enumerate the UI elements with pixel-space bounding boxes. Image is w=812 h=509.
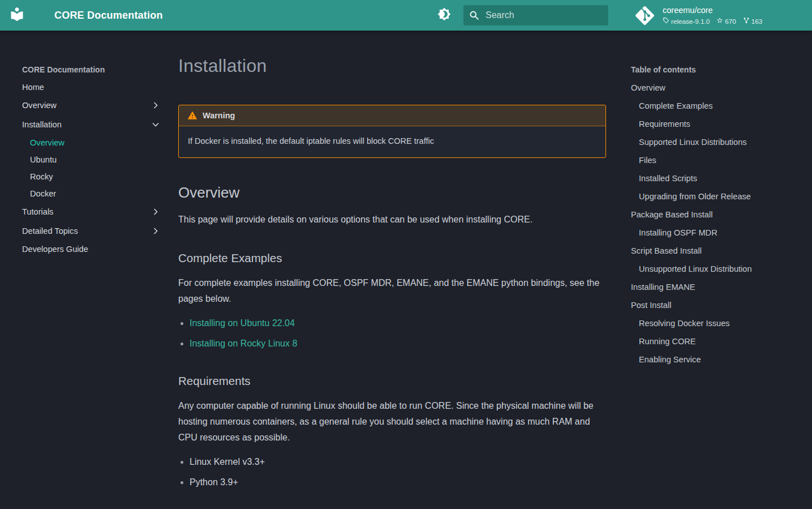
toc-title: Table of contents — [631, 62, 806, 79]
warning-admonition-text: If Docker is installed, the default ipta… — [179, 126, 605, 157]
sidebar-item-tutorials[interactable]: Tutorials — [22, 202, 161, 221]
repo-version: release-9.1.0 — [663, 17, 710, 25]
table-of-contents: Table of contents Overview Complete Exam… — [606, 31, 812, 509]
main-content: Installation Warning If Docker is instal… — [178, 31, 606, 509]
repo-stars: 670 — [716, 17, 736, 25]
chevron-down-icon — [150, 119, 161, 130]
site-title: CORE Documentation — [54, 10, 163, 22]
repo-facts: release-9.1.0 670 163 — [663, 17, 762, 25]
toc-item-supported-linux-distributions[interactable]: Supported Linux Distributions — [631, 133, 806, 151]
tag-icon — [663, 17, 669, 25]
page-layout: CORE Documentation Home Overview Install… — [0, 31, 812, 509]
toc-item-enabling-service[interactable]: Enabling Service — [631, 350, 806, 369]
heading-overview: Overview — [178, 184, 606, 202]
sidebar-item-detailed-topics[interactable]: Detailed Topics — [22, 221, 161, 241]
search-input[interactable] — [486, 10, 608, 20]
sidebar-item-installation[interactable]: Installation — [22, 115, 161, 134]
heading-complete-examples: Complete Examples — [178, 251, 606, 265]
toc-item-running-core[interactable]: Running CORE — [631, 332, 806, 350]
toc-item-installing-emane[interactable]: Installing EMANE — [631, 278, 806, 296]
link-installing-ubuntu[interactable]: Installing on Ubuntu 22.04 — [190, 318, 295, 328]
list-item: Installing on Ubuntu 22.04 — [190, 316, 606, 331]
toc-item-overview[interactable]: Overview — [631, 79, 806, 97]
repo-link[interactable]: coreemu/core release-9.1.0 670 — [633, 6, 803, 25]
sidebar-item-overview[interactable]: Overview — [22, 96, 161, 115]
repo-forks: 163 — [743, 17, 763, 25]
fork-icon — [743, 17, 750, 25]
theme-toggle-button[interactable] — [432, 7, 457, 23]
warning-admonition-title: Warning — [179, 105, 605, 126]
toc-item-resolving-docker-issues[interactable]: Resolving Docker Issues — [631, 314, 806, 332]
list-item: Python 3.9+ — [190, 475, 606, 490]
sidebar-item-rocky[interactable]: Rocky — [22, 168, 161, 185]
toc-item-installing-ospf-mdr[interactable]: Installing OSPF MDR — [631, 224, 806, 242]
sidebar-item-docker[interactable]: Docker — [22, 185, 161, 202]
app-header: CORE Documentation coreemu/core release-… — [0, 0, 812, 31]
warning-admonition: Warning If Docker is installed, the defa… — [178, 105, 606, 158]
toc-item-package-based-install[interactable]: Package Based Install — [631, 206, 806, 224]
example-links-list: Installing on Ubuntu 22.04 Installing on… — [190, 316, 606, 350]
page-title: Installation — [178, 55, 606, 76]
sidebar-item-developers-guide[interactable]: Developers Guide — [22, 241, 161, 258]
sidebar-item-installation-overview[interactable]: Overview — [22, 134, 161, 151]
chevron-right-icon — [150, 206, 161, 217]
toc-item-upgrading-from-older-release[interactable]: Upgrading from Older Release — [631, 187, 806, 206]
list-item: Installing on Rocky Linux 8 — [190, 336, 606, 351]
toc-item-post-install[interactable]: Post Install — [631, 296, 806, 314]
sidebar-nav: CORE Documentation Home Overview Install… — [0, 31, 178, 509]
chevron-right-icon — [150, 100, 161, 111]
toc-item-requirements[interactable]: Requirements — [631, 115, 806, 133]
sidebar-title: CORE Documentation — [22, 62, 161, 79]
sidebar-item-home[interactable]: Home — [22, 79, 161, 96]
toc-item-files[interactable]: Files — [631, 151, 806, 169]
overview-paragraph: This page will provide details on variou… — [178, 212, 606, 228]
chevron-right-icon — [150, 225, 161, 237]
repo-info: coreemu/core release-9.1.0 670 — [663, 6, 762, 25]
requirements-paragraph: Any computer capable of running Linux sh… — [178, 398, 606, 446]
local-library-icon — [9, 6, 25, 24]
toc-item-script-based-install[interactable]: Script Based Install — [631, 242, 806, 260]
search-bar — [463, 5, 608, 25]
search-icon — [463, 10, 486, 22]
star-icon — [716, 17, 723, 25]
heading-requirements: Requirements — [178, 374, 606, 388]
link-installing-rocky[interactable]: Installing on Rocky Linux 8 — [190, 339, 297, 348]
repo-name: coreemu/core — [663, 6, 762, 15]
list-item: Linux Kernel v3.3+ — [190, 455, 606, 469]
toc-item-unsupported-linux-distribution[interactable]: Unsupported Linux Distribution — [631, 260, 806, 278]
site-logo[interactable] — [0, 6, 34, 24]
git-icon — [633, 6, 656, 25]
complete-examples-paragraph: For complete examples installing CORE, O… — [178, 275, 606, 307]
requirements-list: Linux Kernel v3.3+ Python 3.9+ — [190, 455, 606, 489]
toc-item-installed-scripts[interactable]: Installed Scripts — [631, 169, 806, 187]
brightness-toggle-icon — [437, 7, 451, 23]
toc-item-complete-examples[interactable]: Complete Examples — [631, 97, 806, 115]
sidebar-item-ubuntu[interactable]: Ubuntu — [22, 151, 161, 168]
